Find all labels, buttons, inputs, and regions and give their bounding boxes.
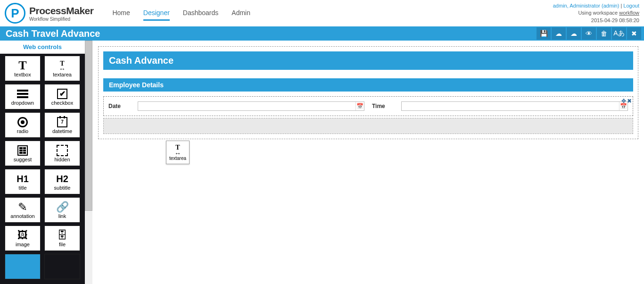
preview-icon[interactable]: 👁: [582, 27, 596, 40]
export-icon[interactable]: ☁: [552, 27, 566, 40]
logout-link[interactable]: Logout: [623, 3, 639, 8]
h1-icon: H1: [17, 174, 29, 184]
form-subtitle[interactable]: Employee Details: [103, 78, 633, 92]
textarea-icon: T↔: [59, 60, 66, 71]
top-bar: P ProcessMaker Workflow Simplified Home …: [0, 0, 644, 26]
logo-icon: P: [5, 3, 25, 24]
control-textbox[interactable]: T textbox: [5, 56, 41, 81]
import-icon[interactable]: ☁: [567, 27, 581, 40]
move-icon[interactable]: ✥: [621, 98, 626, 104]
form-frame: Cash Advance Employee Details ✥ ✖ Date 📅: [98, 46, 638, 139]
controls-palette: T textbox T↔ textarea dropdown ✔ checkbo…: [0, 54, 85, 284]
page-title: Cash Travel Advance: [3, 28, 100, 39]
form-title[interactable]: Cash Advance: [103, 51, 633, 70]
sidebar-scrollbar[interactable]: [85, 41, 92, 284]
control-suggest[interactable]: suggest: [5, 141, 41, 166]
control-title[interactable]: H1 title: [5, 169, 41, 194]
radio-icon: [17, 117, 28, 127]
control-image[interactable]: 🖼 image: [5, 226, 41, 251]
form-row-datetime[interactable]: ✥ ✖ Date 📅 Time �: [103, 96, 633, 116]
control-color-dark[interactable]: [44, 254, 80, 279]
user-block: admin, Administrator (admin) | Logout Us…: [553, 2, 639, 24]
checkbox-icon: ✔: [57, 89, 67, 99]
control-radio[interactable]: radio: [5, 112, 41, 138]
date-label: Date: [108, 103, 132, 109]
scroll-thumb[interactable]: [85, 41, 92, 211]
control-hidden[interactable]: hidden: [44, 141, 80, 166]
control-datetime[interactable]: 7 datetime: [44, 112, 80, 138]
control-textarea[interactable]: T↔ textarea: [44, 56, 80, 81]
brand-title: ProcessMaker: [29, 5, 93, 17]
workspace-prefix: Using workspace: [578, 10, 619, 16]
control-checkbox[interactable]: ✔ checkbox: [44, 84, 80, 109]
control-file[interactable]: 🗄 file: [44, 226, 80, 251]
drag-label: textarea: [169, 156, 186, 161]
brand-subtitle: Workflow Simplified: [29, 17, 93, 22]
field-time: Time 📅: [372, 101, 628, 111]
h2-icon: H2: [56, 174, 68, 184]
workspace-name[interactable]: workflow: [619, 10, 639, 16]
control-link[interactable]: 🔗 link: [44, 197, 80, 223]
time-label: Time: [372, 103, 396, 109]
drop-row[interactable]: [103, 118, 633, 134]
control-color-blue[interactable]: [5, 254, 41, 279]
image-icon: 🖼: [17, 230, 28, 241]
user-link[interactable]: admin, Administrator (admin): [553, 3, 619, 8]
language-icon[interactable]: Aあ: [612, 27, 626, 40]
title-bar: Cash Travel Advance 💾 ☁ ☁ 👁 🗑 Aあ ✖: [0, 26, 644, 41]
main: Web controls T textbox T↔ textarea dropd…: [0, 41, 644, 284]
nav-admin[interactable]: Admin: [231, 6, 250, 21]
textbox-icon: T: [18, 59, 26, 72]
row-handles: ✥ ✖: [621, 98, 632, 104]
scroll-track: [85, 211, 92, 284]
title-actions: 💾 ☁ ☁ 👁 🗑 Aあ ✖: [536, 27, 641, 40]
sidebar-tab-webcontrols[interactable]: Web controls: [0, 41, 85, 54]
logo: P ProcessMaker Workflow Simplified: [5, 3, 93, 24]
nav-home[interactable]: Home: [112, 6, 130, 21]
nav-dashboards[interactable]: Dashboards: [183, 6, 219, 21]
nav-designer[interactable]: Designer: [143, 6, 170, 21]
field-date: Date 📅: [108, 101, 364, 111]
row-delete-icon[interactable]: ✖: [627, 98, 632, 104]
control-annotation[interactable]: ✎ annotation: [5, 197, 41, 223]
time-input[interactable]: 📅: [401, 101, 628, 111]
delete-icon[interactable]: 🗑: [597, 27, 611, 40]
timestamp: 2015-04-29 08:58:20: [553, 17, 639, 24]
dragging-control[interactable]: T↔ textarea: [166, 141, 190, 164]
sidebar-wrap: Web controls T textbox T↔ textarea dropd…: [0, 41, 92, 284]
hidden-icon: [57, 145, 68, 156]
date-picker-icon[interactable]: 📅: [355, 102, 364, 110]
drag-textarea-icon: T↔: [174, 144, 181, 155]
control-dropdown[interactable]: dropdown: [5, 84, 41, 109]
sidebar: Web controls T textbox T↔ textarea dropd…: [0, 41, 85, 284]
link-icon: 🔗: [56, 202, 69, 212]
annotation-icon: ✎: [18, 201, 27, 213]
save-icon[interactable]: 💾: [537, 27, 551, 40]
file-icon: 🗄: [57, 230, 67, 241]
suggest-icon: [17, 145, 28, 156]
calendar-icon: 7: [57, 117, 67, 127]
date-input[interactable]: 📅: [138, 101, 364, 111]
dropdown-icon: [17, 90, 28, 98]
close-icon[interactable]: ✖: [627, 27, 641, 40]
control-subtitle[interactable]: H2 subtitle: [44, 169, 80, 194]
main-nav: Home Designer Dashboards Admin: [112, 6, 250, 21]
